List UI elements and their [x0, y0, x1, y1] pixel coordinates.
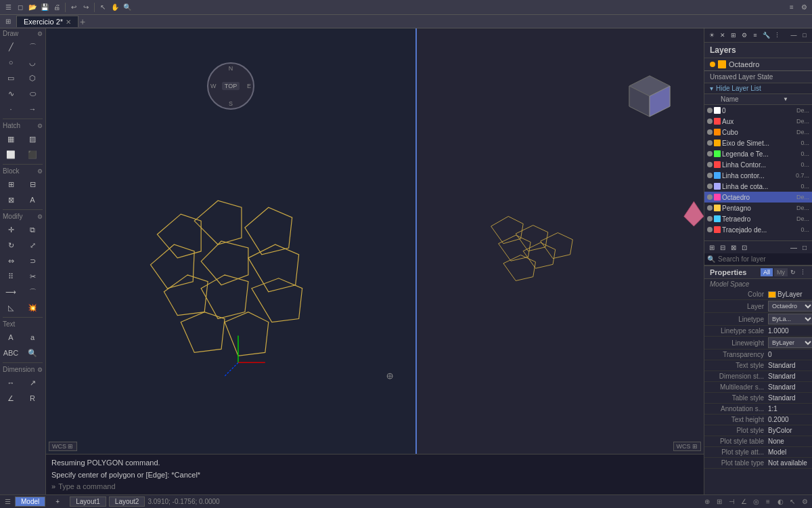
boundary-tool[interactable]: ⬜ — [1, 147, 20, 162]
layer-visibility-dot[interactable] — [707, 119, 713, 124]
arc-tool[interactable]: ◡ — [23, 55, 42, 70]
dimension-settings-icon[interactable]: ⚙ — [37, 366, 43, 373]
layer-action-expand[interactable]: □ — [800, 242, 809, 252]
point-tool[interactable]: · — [1, 102, 20, 117]
gradient-tool[interactable]: ▨ — [23, 131, 42, 146]
transparency-icon[interactable]: ◐ — [775, 497, 785, 507]
prop-refresh-icon[interactable]: ↻ — [789, 268, 797, 276]
layer-action-4[interactable]: ⊡ — [740, 242, 749, 252]
layer-action-1[interactable]: ⊞ — [707, 242, 717, 252]
drawing-canvas-left[interactable] — [46, 28, 415, 454]
line-tool[interactable]: ╱ — [1, 39, 20, 54]
new-icon[interactable]: ◻ — [15, 2, 26, 13]
attrib-tool[interactable]: A — [23, 192, 42, 207]
layer-visibility-dot[interactable] — [707, 108, 713, 113]
layer-action-2[interactable]: ⊟ — [718, 242, 727, 252]
select-icon[interactable]: ↖ — [97, 2, 108, 13]
layer-item[interactable]: Tracejado de...0... — [704, 224, 812, 235]
modify-section-header[interactable]: Modify ⚙ — [0, 211, 45, 221]
layer-visibility-dot[interactable] — [707, 216, 713, 221]
hatch-tool[interactable]: ▦ — [1, 131, 20, 146]
dim-aligned-tool[interactable]: ↗ — [23, 375, 42, 390]
layer-expand-icon[interactable]: □ — [800, 30, 809, 40]
layer-visibility-dot[interactable] — [707, 162, 713, 167]
layer-new-icon[interactable]: ☀ — [707, 30, 717, 40]
ellipse-tool[interactable]: ⬭ — [23, 86, 42, 101]
dim-linear-tool[interactable]: ↔ — [1, 375, 20, 390]
save-icon[interactable]: 💾 — [39, 2, 50, 13]
rect-tool[interactable]: ▭ — [1, 70, 20, 85]
block-section-header[interactable]: Block ⚙ — [0, 166, 45, 176]
hatch-section-header[interactable]: Hatch ⚙ — [0, 121, 45, 131]
layer-action-close[interactable]: — — [789, 242, 798, 252]
chamfer-tool[interactable]: ◺ — [1, 300, 20, 315]
selection-icon[interactable]: ↖ — [788, 497, 797, 507]
settings-icon[interactable]: ⚙ — [798, 2, 809, 13]
layer-visibility-dot[interactable] — [707, 184, 713, 189]
viewport-right[interactable]: WCS ⊞ — [417, 28, 704, 454]
layer-item[interactable]: CuboDe... — [704, 127, 812, 137]
mtext-tool[interactable]: A — [1, 330, 20, 345]
layer-item[interactable]: TetraedroDe... — [704, 213, 812, 224]
circle-tool[interactable]: ○ — [1, 55, 20, 70]
dim-radius-tool[interactable]: R — [23, 391, 42, 406]
osnap-icon[interactable]: ◎ — [751, 497, 761, 507]
zoom-icon[interactable]: 🔍 — [122, 2, 133, 13]
layer-delete-icon[interactable]: ✕ — [718, 30, 727, 40]
dimension-section-header[interactable]: Dimension ⚙ — [0, 364, 45, 375]
make-block-tool[interactable]: ⊟ — [23, 177, 42, 192]
layer-properties-icon[interactable]: 🔧 — [761, 30, 771, 40]
prop-tab-my[interactable]: My — [774, 268, 788, 276]
grid-icon[interactable]: ⊞ — [715, 497, 724, 507]
layer-action-3[interactable]: ⊠ — [729, 242, 738, 252]
workspace-icon[interactable]: ⊞ — [3, 16, 14, 27]
find-tool[interactable]: 🔍 — [23, 345, 42, 360]
tab-close-icon[interactable]: ✕ — [66, 18, 71, 26]
new-layout-icon[interactable]: + — [48, 494, 67, 509]
menu-icon[interactable]: ☰ — [3, 2, 14, 13]
layer-item[interactable]: Legenda e Te...0... — [704, 148, 812, 159]
spline-tool[interactable]: ∿ — [1, 86, 20, 101]
undo-icon[interactable]: ↩ — [68, 2, 79, 13]
layer-item[interactable]: 0De... — [704, 105, 812, 116]
move-tool[interactable]: ✛ — [1, 222, 20, 237]
layer-item[interactable]: PentagnoDe... — [704, 203, 812, 213]
trim-tool[interactable]: ✂ — [23, 269, 42, 284]
copy-tool[interactable]: ⧉ — [23, 222, 42, 237]
customization-icon[interactable]: ⚙ — [800, 497, 809, 507]
layer-item[interactable]: Linha contor...0.7... — [704, 170, 812, 181]
extend-tool[interactable]: ⟶ — [1, 284, 20, 299]
command-input-field[interactable] — [58, 482, 698, 490]
wblock-tool[interactable]: ⊠ — [1, 192, 20, 207]
fillet-tool[interactable]: ⌒ — [23, 284, 42, 299]
modify-settings-icon[interactable]: ⚙ — [37, 213, 43, 220]
spell-tool[interactable]: ABC — [1, 345, 20, 360]
prop-dropdown-linetype[interactable]: ByLa... — [768, 314, 812, 324]
layer-visibility-dot[interactable] — [707, 205, 713, 211]
drawing-canvas-right[interactable] — [417, 28, 704, 454]
layers-icon[interactable]: ≡ — [786, 2, 797, 13]
insert-block-tool[interactable]: ⊞ — [1, 177, 20, 192]
layer-visibility-dot[interactable] — [707, 129, 713, 135]
viewport-left[interactable]: N S E W TOP WCS ⊞ — [46, 28, 417, 454]
layer-item[interactable]: Linha de cota...0... — [704, 181, 812, 192]
dtext-tool[interactable]: a — [23, 330, 42, 345]
open-icon[interactable]: 📂 — [27, 2, 38, 13]
layer-visibility-dot[interactable] — [707, 173, 713, 178]
draw-settings-icon[interactable]: ⚙ — [37, 30, 43, 37]
hide-layer-list-toggle[interactable]: ▾ Hide Layer List — [704, 83, 812, 94]
model-tab[interactable]: Model — [15, 496, 45, 507]
lineweight-icon[interactable]: ≡ — [763, 497, 773, 507]
snap-icon[interactable]: ⊕ — [702, 497, 712, 507]
layer-visibility-dot[interactable] — [707, 227, 713, 232]
layer-visibility-dot[interactable] — [707, 194, 713, 200]
layout2-tab[interactable]: Layout2 — [109, 496, 145, 507]
print-icon[interactable]: 🖨 — [51, 2, 62, 13]
prop-dropdown-lineweight[interactable]: ByLayer — [768, 337, 812, 348]
layer-item[interactable]: OctaedroDe... — [704, 192, 812, 203]
layer-filter-icon[interactable]: ≡ — [750, 30, 760, 40]
offset-tool[interactable]: ⊃ — [23, 253, 42, 268]
draw-section-header[interactable]: Draw ⚙ — [0, 28, 45, 39]
ortho-icon[interactable]: ⊣ — [727, 497, 736, 507]
layer-item[interactable]: Linha Contor...0... — [704, 159, 812, 170]
